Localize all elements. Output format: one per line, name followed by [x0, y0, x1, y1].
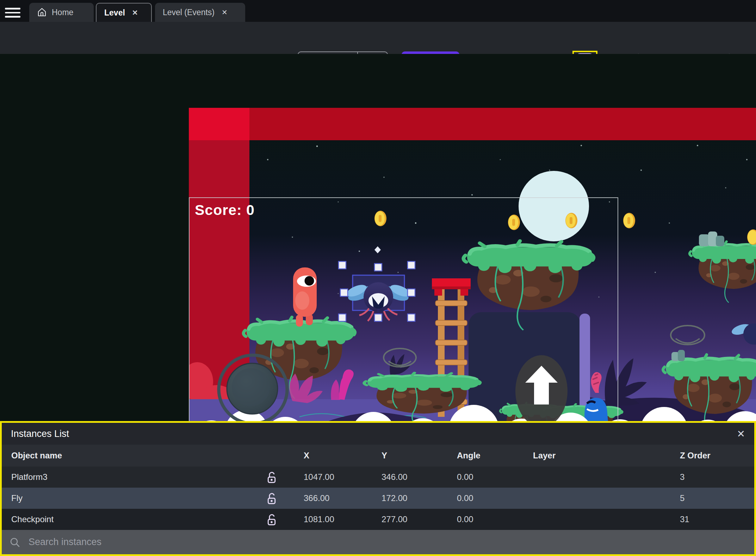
tab-bar: Home Level ✕ Level (Events) ✕ — [0, 0, 756, 22]
col-object-name: Object name — [11, 451, 262, 461]
col-layer: Layer — [510, 451, 657, 461]
cell-angle[interactable]: 0.00 — [434, 514, 510, 524]
cell-object-name: Fly — [11, 493, 262, 503]
table-row-selected[interactable]: Fly 366.00 172.00 0.00 5 — [2, 488, 754, 509]
close-icon[interactable]: ✕ — [130, 8, 138, 17]
tab-home-label: Home — [52, 8, 73, 17]
table-header-row: Object name X Y Angle Layer Z Order — [2, 445, 754, 467]
cell-zorder[interactable]: 3 — [657, 472, 754, 482]
tab-level-events-label: Level (Events) — [163, 8, 215, 17]
col-zorder: Z Order — [657, 451, 754, 461]
cell-x[interactable]: 1047.00 — [281, 472, 359, 482]
cell-y[interactable]: 346.00 — [359, 472, 434, 482]
cell-x[interactable]: 1081.00 — [281, 514, 359, 524]
search-input[interactable] — [28, 536, 746, 548]
editor-toolbar: Preview Publish — [0, 22, 756, 54]
lock-toggle[interactable] — [262, 492, 281, 504]
tab-level-events[interactable]: Level (Events) ✕ — [155, 3, 245, 22]
table-row[interactable]: Platform3 1047.00 346.00 0.00 3 — [2, 467, 754, 488]
jump-button[interactable] — [515, 355, 568, 427]
cell-x[interactable]: 366.00 — [281, 493, 359, 503]
lock-open-icon — [266, 471, 277, 483]
hamburger-menu-icon[interactable] — [5, 8, 20, 18]
cell-object-name: Platform3 — [11, 472, 262, 482]
search-icon — [10, 537, 20, 548]
cell-y[interactable]: 277.00 — [359, 514, 434, 524]
close-panel-icon[interactable]: ✕ — [737, 428, 745, 440]
cell-y[interactable]: 172.00 — [359, 493, 434, 503]
scene-editor-canvas[interactable]: Score: 0 22;723 — [0, 54, 756, 421]
instances-panel-header: Instances List ✕ — [2, 423, 754, 445]
panel-title: Instances List — [11, 428, 69, 439]
cell-zorder[interactable]: 5 — [657, 493, 754, 503]
moon[interactable] — [519, 171, 589, 241]
game-scene — [189, 108, 756, 475]
search-bar — [2, 530, 754, 554]
home-icon — [37, 7, 47, 17]
instances-panel: Instances List ✕ Object name X Y Angle L… — [0, 421, 756, 556]
col-angle: Angle — [434, 451, 510, 461]
tab-level-label: Level — [104, 8, 125, 18]
lock-toggle[interactable] — [262, 471, 281, 483]
cell-angle[interactable]: 0.00 — [434, 472, 510, 482]
lock-open-icon — [266, 513, 277, 525]
lock-open-icon — [266, 492, 277, 504]
score-display: Score: 0 — [195, 202, 255, 218]
tab-level[interactable]: Level ✕ — [96, 3, 152, 22]
cell-object-name: Checkpoint — [11, 514, 262, 524]
cell-angle[interactable]: 0.00 — [434, 493, 510, 503]
app-window: Home Level ✕ Level (Events) ✕ Preview — [0, 0, 756, 556]
col-y: Y — [359, 451, 434, 461]
table-row[interactable]: Checkpoint 1081.00 277.00 0.00 31 — [2, 509, 754, 530]
tab-home[interactable]: Home — [29, 3, 94, 22]
cell-zorder[interactable]: 31 — [657, 514, 754, 524]
col-x: X — [281, 451, 359, 461]
close-icon[interactable]: ✕ — [219, 8, 228, 17]
lock-toggle[interactable] — [262, 513, 281, 525]
joystick-control[interactable] — [219, 355, 287, 424]
